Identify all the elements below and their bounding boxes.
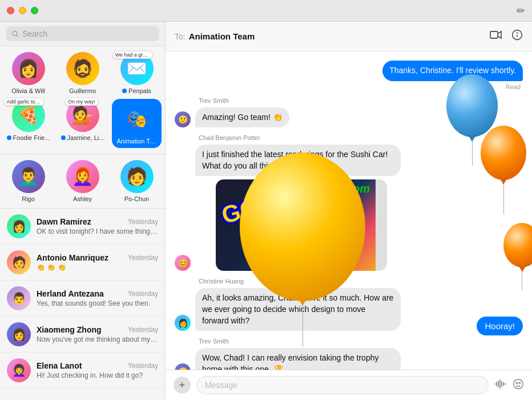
chat-avatar-herland: 👨: [7, 286, 31, 310]
sender-name-christine1: Christine Huang: [199, 278, 523, 285]
chat-name-antonio: Antonio Manriquez: [37, 253, 108, 262]
traffic-lights: [7, 7, 38, 14]
search-bar: [0, 22, 165, 46]
jasmine-unread-dot: [61, 135, 66, 140]
chat-info-xiaomeng: Xiaomeng Zhong Yesterday Now you've got …: [37, 325, 158, 343]
info-icon[interactable]: [511, 29, 523, 43]
media-placeholder: GO! Zoom: [216, 179, 376, 271]
message-bubble-trev1: Amazing! Go team! 👏: [195, 107, 289, 128]
pinned-row2: 👨‍🦱 Rigo 👩‍🦰 Ashley 🧑 Po-Chun: [0, 154, 165, 209]
hooray-bubble: Hooray!: [477, 317, 523, 335]
message-row-christine1: 👩 Ah, it looks amazing, Chad! I love it …: [175, 288, 523, 331]
close-button[interactable]: [7, 7, 14, 14]
foodie-unread-dot: [7, 135, 11, 140]
chat-item-dawn[interactable]: 👩 Dawn Ramirez Yesterday OK to visit ton…: [0, 209, 165, 245]
pinned-item-guillermo[interactable]: 🧔 Guillermo: [58, 52, 107, 94]
messages-area[interactable]: Thanks, Christine. I'll review shortly. …: [166, 51, 532, 370]
minimize-button[interactable]: [19, 7, 26, 14]
chat-preview-herland: Yes, that sounds good! See you then.: [37, 299, 158, 307]
chat-item-herland[interactable]: 👨 Herland Antezana Yesterday Yes, that s…: [0, 281, 165, 317]
chat-info-herland: Herland Antezana Yesterday Yes, that sou…: [37, 289, 158, 307]
svg-rect-2: [490, 31, 498, 38]
message-row-chad: 😊 I just finished the latest renderings …: [175, 145, 523, 271]
pinned-section: 👩 Olivia & Will 🧔 Guillermo ✉️ We had a …: [0, 46, 165, 154]
pinned-avatar-olivia-will: 👩: [12, 52, 45, 85]
message-row-trev2: 🙂 Wow, Chad! I can really envision takin…: [175, 348, 523, 370]
search-input-wrap[interactable]: [6, 26, 159, 41]
sender-name-trev2: Trev Smith: [199, 338, 523, 345]
svg-point-0: [13, 31, 17, 36]
sender-name-chad: Chad Benjamin Potter: [199, 134, 523, 141]
pinned-badge-foodie: Add garlic to the butter, and then...: [4, 98, 44, 106]
pinned-item-foodie[interactable]: 🍕 Add garlic to the butter, and then... …: [3, 99, 53, 148]
pinned-label-rigo: Rigo: [22, 195, 35, 202]
message-group-trev2: Trev Smith 🙂 Wow, Chad! I can really env…: [175, 338, 523, 370]
chat-avatar-dawn: 👩: [7, 214, 31, 238]
chat-name-elena: Elena Lanot: [37, 361, 82, 370]
message-group-trev1: Trev Smith 🙂 Amazing! Go team! 👏: [175, 97, 523, 128]
pinned-avatar-ashley: 👩‍🦰: [66, 160, 99, 193]
svg-line-1: [17, 35, 18, 37]
chat-preview-dawn: OK to visit tonight? I have some things …: [37, 227, 158, 235]
app-container: 👩 Olivia & Will 🧔 Guillermo ✉️ We had a …: [0, 22, 532, 400]
chat-info-elena: Elena Lanot Yesterday Hi! Just checking …: [37, 361, 158, 379]
svg-point-10: [265, 246, 275, 255]
message-bubble-sent: Thanks, Christine. I'll review shortly.: [382, 61, 523, 81]
pinned-badge-penpals: We had a great time. Home with...: [112, 51, 152, 59]
pinned-label-ashley: Ashley: [73, 195, 92, 202]
chat-item-elena[interactable]: 👩‍🦱 Elena Lanot Yesterday Hi! Just check…: [0, 353, 165, 389]
chat-preview-xiaomeng: Now you've got me thinking about my next…: [37, 335, 158, 343]
pinned-avatar-rigo: 👨‍🦱: [12, 160, 45, 193]
pinned-avatar-pochun: 🧑: [120, 160, 154, 193]
chat-name-herland: Herland Antezana: [37, 289, 104, 298]
add-attachment-button[interactable]: +: [174, 377, 191, 394]
msg-avatar-christine1: 👩: [175, 315, 191, 331]
msg-avatar-trev1: 🙂: [175, 111, 191, 127]
chat-item-xiaomeng[interactable]: 👩 Xiaomeng Zhong Yesterday Now you've go…: [0, 317, 165, 353]
chat-item-antonio[interactable]: 🧑 Antonio Manriquez Yesterday 👏 👏 👏: [0, 245, 165, 281]
chat-preview-elena: Hi! Just checking in. How did it go?: [37, 371, 158, 379]
pinned-item-pochun[interactable]: 🧑 Po-Chun: [112, 160, 162, 202]
pinned-label-olivia-will: Olivia & Will: [11, 87, 45, 94]
audio-waveform-icon[interactable]: [494, 379, 507, 392]
chat-preview-antonio: 👏 👏 👏: [37, 263, 158, 271]
message-group-christine1: Christine Huang 👩 Ah, it looks amazing, …: [175, 278, 523, 331]
chat-time-dawn: Yesterday: [128, 218, 158, 226]
message-row-sent: Thanks, Christine. I'll review shortly.: [175, 61, 523, 81]
chat-time-antonio: Yesterday: [128, 254, 158, 262]
pinned-item-rigo[interactable]: 👨‍🦱 Rigo: [3, 160, 53, 202]
title-bar: ✏: [0, 0, 532, 22]
chat-time-xiaomeng: Yesterday: [128, 326, 158, 334]
chat-name-xiaomeng: Xiaomeng Zhong: [37, 325, 102, 334]
svg-point-22: [517, 382, 518, 383]
zoom-sticker: Zoom: [339, 182, 370, 195]
pinned-item-penpals[interactable]: ✉️ We had a great time. Home with... Pen…: [112, 52, 162, 94]
maximize-button[interactable]: [31, 7, 38, 14]
svg-point-13: [290, 217, 319, 228]
header-actions: [490, 29, 523, 43]
msg-avatar-chad: 😊: [175, 255, 191, 271]
pinned-avatar-animation-team: 🎭: [120, 102, 154, 135]
pinned-item-animation-team[interactable]: 🎭 Animation Team: [112, 99, 162, 148]
pinned-avatar-guillermo: 🧔: [66, 52, 99, 85]
chat-header-title: Animation Team: [189, 31, 255, 41]
chat-avatar-elena: 👩‍🦱: [7, 358, 31, 382]
pinned-item-ashley[interactable]: 👩‍🦰 Ashley: [58, 160, 107, 202]
chat-avatar-xiaomeng: 👩: [7, 322, 31, 346]
chat-header-to: To:: [175, 32, 186, 41]
chat-main: To: Animation Team: [166, 22, 532, 400]
pinned-label-animation-team: Animation Team: [117, 138, 157, 145]
input-bar: +: [166, 370, 532, 400]
message-group-chad: Chad Benjamin Potter 😊 I just finished t…: [175, 134, 523, 271]
compose-button[interactable]: ✏: [517, 5, 525, 17]
pinned-label-penpals: Penpals: [128, 87, 151, 94]
search-input[interactable]: [22, 29, 154, 38]
sender-name-trev1: Trev Smith: [199, 97, 523, 104]
message-input[interactable]: [196, 376, 489, 394]
pinned-item-jasmine[interactable]: 💁 On my way! Jasmine, Li...: [58, 99, 107, 148]
chat-list: 👩 Dawn Ramirez Yesterday OK to visit ton…: [0, 209, 165, 400]
msg-avatar-trev2: 🙂: [175, 363, 191, 370]
pinned-item-olivia-will[interactable]: 👩 Olivia & Will: [3, 52, 53, 94]
video-call-icon[interactable]: [490, 30, 502, 42]
emoji-button[interactable]: [513, 378, 524, 393]
